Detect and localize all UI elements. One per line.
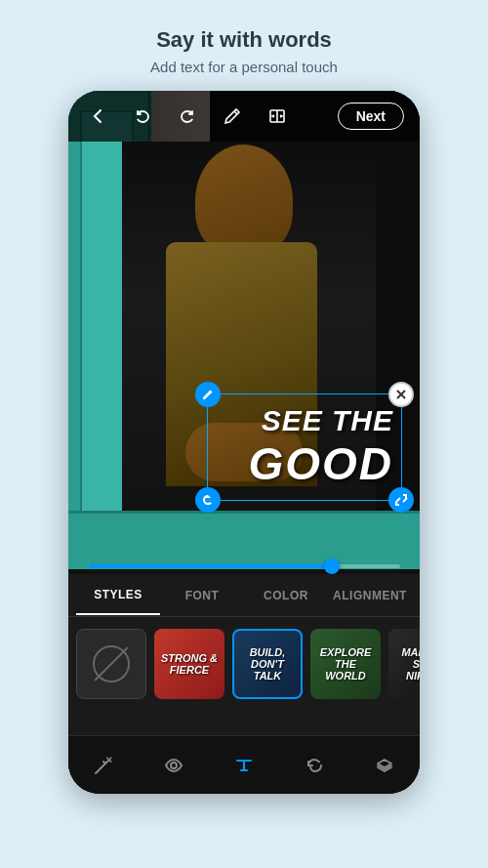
pen-tool-button[interactable]: [219, 103, 246, 130]
style-card-label: BUILD,DON'T TALK: [234, 642, 301, 685]
undo-button[interactable]: [129, 103, 156, 130]
svg-point-4: [97, 770, 99, 772]
compare-button[interactable]: [264, 103, 291, 130]
style-card-label: EXPLORETHE WORLD: [310, 642, 381, 685]
style-card-strong-fierce[interactable]: STRONG &FIERCE: [154, 629, 224, 699]
wand-icon-button[interactable]: [82, 744, 125, 787]
tabs-bar: STYLES FONT COLOR ALIGNMENT: [68, 574, 420, 617]
svg-point-5: [171, 763, 177, 768]
image-area: SEE THE GOOD: [68, 91, 420, 569]
page-title: Say it with words: [150, 27, 338, 53]
page-subtitle: Add text for a personal touch: [150, 59, 338, 75]
phone-shell: SEE THE GOOD: [68, 91, 420, 794]
handle-resize[interactable]: [388, 487, 414, 513]
bottom-panel: STYLES FONT COLOR ALIGNMENT STRONG &FIER…: [68, 574, 420, 794]
style-card-build-dont-talk[interactable]: BUILD,DON'T TALK: [232, 629, 303, 699]
header: Say it with words Add text for a persona…: [131, 0, 357, 91]
slider-area[interactable]: [88, 558, 400, 574]
text-overlay-box[interactable]: SEE THE GOOD: [207, 393, 402, 501]
handle-rotate[interactable]: [195, 487, 221, 513]
style-cards-list: STRONG &FIERCE BUILD,DON'T TALK EXPLORET…: [68, 617, 420, 711]
style-card-none[interactable]: [76, 629, 146, 699]
bottom-nav-toolbar: [68, 735, 420, 794]
tab-styles[interactable]: STYLES: [76, 576, 160, 615]
layers-icon-button[interactable]: [363, 744, 406, 787]
style-card-explore-world[interactable]: EXPLORETHE WORLD: [310, 629, 381, 699]
eye-icon-button[interactable]: [152, 744, 195, 787]
text-line1: SEE THE: [216, 404, 393, 437]
next-button[interactable]: Next: [338, 103, 404, 130]
handle-edit[interactable]: [195, 382, 221, 407]
toolbar-left: [84, 103, 291, 130]
text-line2: GOOD: [216, 437, 393, 490]
tab-alignment[interactable]: ALIGNMENT: [328, 577, 412, 614]
redo-button[interactable]: [174, 103, 201, 130]
style-card-label: MAKE IT SIG-NIFICE: [388, 642, 420, 685]
toolbar: Next: [68, 91, 420, 142]
tab-color[interactable]: COLOR: [244, 577, 328, 614]
tab-font[interactable]: FONT: [160, 577, 244, 614]
history-icon-button[interactable]: [293, 744, 336, 787]
style-card-label: STRONG &FIERCE: [157, 648, 222, 680]
handle-close[interactable]: [388, 382, 414, 407]
back-button[interactable]: [84, 103, 111, 130]
style-card-make-significant[interactable]: MAKE IT SIG-NIFICE: [388, 629, 420, 699]
text-icon-button[interactable]: [223, 744, 265, 787]
